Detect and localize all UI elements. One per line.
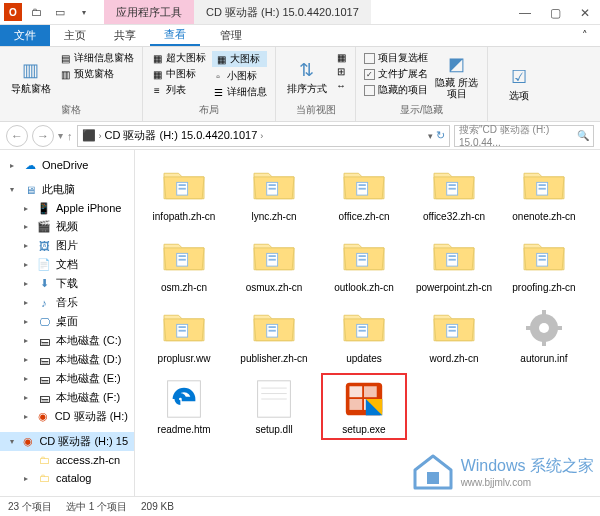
search-input[interactable]: 搜索"CD 驱动器 (H:) 15.0.44... 🔍 bbox=[454, 125, 594, 147]
sidebar-documents[interactable]: ▸📄文档 bbox=[0, 255, 134, 274]
sidebar-onedrive[interactable]: ▸☁OneDrive bbox=[0, 156, 134, 174]
sidebar-drive-d[interactable]: ▸🖴本地磁盘 (D:) bbox=[0, 350, 134, 369]
file-item[interactable]: updates bbox=[321, 302, 407, 369]
folder-icon bbox=[158, 235, 210, 279]
file-ext-toggle[interactable]: ✓文件扩展名 bbox=[364, 67, 428, 81]
item-checkboxes-toggle[interactable]: 项目复选框 bbox=[364, 51, 428, 65]
hide-selected-button[interactable]: ◩ 隐藏 所选项目 bbox=[434, 51, 479, 101]
forward-button[interactable]: → bbox=[32, 125, 54, 147]
maximize-button[interactable]: ▢ bbox=[540, 0, 570, 25]
medium-icons[interactable]: ▦中图标 bbox=[151, 67, 206, 81]
preview-pane-icon: ▥ bbox=[59, 68, 71, 80]
preview-pane-button[interactable]: ▥预览窗格 bbox=[59, 67, 134, 81]
office-icon bbox=[338, 377, 390, 421]
file-item[interactable]: osmux.zh-cn bbox=[231, 231, 317, 298]
tab-manage[interactable]: 管理 bbox=[206, 25, 256, 46]
tab-share[interactable]: 共享 bbox=[100, 25, 150, 46]
group-by-button[interactable]: ▦ bbox=[335, 51, 347, 63]
sidebar-drive-e[interactable]: ▸🖴本地磁盘 (E:) bbox=[0, 369, 134, 388]
file-item[interactable]: proofing.zh-cn bbox=[501, 231, 587, 298]
file-name: updates bbox=[346, 353, 382, 365]
small-icons[interactable]: ▫小图标 bbox=[212, 69, 267, 83]
sidebar-pictures[interactable]: ▸🖼图片 bbox=[0, 236, 134, 255]
sidebar-cd-h-full[interactable]: ▾◉CD 驱动器 (H:) 15 bbox=[0, 432, 134, 451]
picture-icon: 🖼 bbox=[37, 239, 51, 253]
qat-dropdown-icon[interactable]: ▾ bbox=[74, 2, 94, 22]
up-button[interactable]: ↑ bbox=[67, 130, 73, 142]
file-name: powerpoint.zh-cn bbox=[416, 282, 492, 294]
sidebar-access[interactable]: 🗀access.zh-cn bbox=[0, 451, 134, 469]
file-item[interactable]: setup.dll bbox=[231, 373, 317, 440]
selected-count: 选中 1 个项目 bbox=[66, 500, 127, 514]
size-columns-button[interactable]: ↔ bbox=[335, 79, 347, 91]
file-item[interactable]: office.zh-cn bbox=[321, 160, 407, 227]
nav-pane-button[interactable]: ▥ 导航窗格 bbox=[8, 51, 53, 101]
tab-view[interactable]: 查看 bbox=[150, 25, 200, 46]
sidebar-drive-f[interactable]: ▸🖴本地磁盘 (F:) bbox=[0, 388, 134, 407]
tab-file[interactable]: 文件 bbox=[0, 25, 50, 46]
detail-pane-button[interactable]: ▤详细信息窗格 bbox=[59, 51, 134, 65]
large-icons[interactable]: ▦大图标 bbox=[212, 51, 267, 67]
sidebar-drive-c[interactable]: ▸🖴本地磁盘 (C:) bbox=[0, 331, 134, 350]
file-item[interactable]: osm.zh-cn bbox=[141, 231, 227, 298]
hidden-items-toggle[interactable]: 隐藏的项目 bbox=[364, 83, 428, 97]
recent-dropdown[interactable]: ▾ bbox=[58, 130, 63, 141]
file-item[interactable]: autorun.inf bbox=[501, 302, 587, 369]
sidebar-iphone[interactable]: ▸📱Apple iPhone bbox=[0, 199, 134, 217]
options-button[interactable]: ☑ 选项 bbox=[496, 51, 541, 115]
music-icon: ♪ bbox=[37, 296, 51, 310]
breadcrumb-segment[interactable]: CD 驱动器 (H:) 15.0.4420.1017 bbox=[105, 128, 258, 143]
folder-icon bbox=[338, 164, 390, 208]
folder-icon bbox=[428, 164, 480, 208]
file-name: readme.htm bbox=[157, 424, 210, 436]
file-name: autorun.inf bbox=[520, 353, 567, 365]
minimize-button[interactable]: — bbox=[510, 0, 540, 25]
properties-icon[interactable]: ▭ bbox=[50, 2, 70, 22]
navigation-tree: ▸☁OneDrive ▾🖥此电脑 ▸📱Apple iPhone ▸🎬视频 ▸🖼图… bbox=[0, 150, 135, 496]
extra-large-icons[interactable]: ▦超大图标 bbox=[151, 51, 206, 65]
back-button[interactable]: ← bbox=[6, 125, 28, 147]
file-name: publisher.zh-cn bbox=[240, 353, 307, 365]
folder-icon[interactable]: 🗀 bbox=[26, 2, 46, 22]
sidebar-desktop[interactable]: ▸🖵桌面 bbox=[0, 312, 134, 331]
sidebar-videos[interactable]: ▸🎬视频 bbox=[0, 217, 134, 236]
pane-group: ▥ 导航窗格 ▤详细信息窗格 ▥预览窗格 窗格 bbox=[0, 47, 143, 121]
file-item[interactable]: office32.zh-cn bbox=[411, 160, 497, 227]
file-item[interactable]: powerpoint.zh-cn bbox=[411, 231, 497, 298]
file-item[interactable]: word.zh-cn bbox=[411, 302, 497, 369]
sidebar-this-pc[interactable]: ▾🖥此电脑 bbox=[0, 180, 134, 199]
folder-icon: 🗀 bbox=[37, 471, 51, 485]
hide-icon: ◩ bbox=[448, 53, 465, 75]
dropdown-icon[interactable]: ▾ bbox=[428, 131, 433, 141]
sidebar-cd-h[interactable]: ▸◉CD 驱动器 (H:) bbox=[0, 407, 134, 426]
search-icon: 🔍 bbox=[577, 130, 589, 141]
file-item[interactable]: outlook.zh-cn bbox=[321, 231, 407, 298]
details-view[interactable]: ☰详细信息 bbox=[212, 85, 267, 99]
window-controls: — ▢ ✕ bbox=[510, 0, 600, 25]
file-item[interactable]: lync.zh-cn bbox=[231, 160, 317, 227]
file-item[interactable]: onenote.zh-cn bbox=[501, 160, 587, 227]
chevron-right-icon: › bbox=[260, 131, 263, 141]
contextual-tabs: 应用程序工具 CD 驱动器 (H:) 15.0.4420.1017 bbox=[104, 0, 371, 24]
ribbon-collapse-button[interactable]: ˄ bbox=[570, 25, 600, 46]
file-item[interactable]: readme.htm bbox=[141, 373, 227, 440]
add-columns-button[interactable]: ⊞ bbox=[335, 65, 347, 77]
edge-icon bbox=[158, 377, 210, 421]
file-item[interactable]: proplusr.ww bbox=[141, 302, 227, 369]
tab-home[interactable]: 主页 bbox=[50, 25, 100, 46]
sidebar-catalog[interactable]: ▸🗀catalog bbox=[0, 469, 134, 487]
detail-pane-icon: ▤ bbox=[59, 52, 71, 64]
folder-icon bbox=[158, 306, 210, 350]
refresh-icon[interactable]: ↻ bbox=[436, 129, 445, 142]
checkbox-icon bbox=[364, 85, 375, 96]
sidebar-downloads[interactable]: ▸⬇下载 bbox=[0, 274, 134, 293]
close-button[interactable]: ✕ bbox=[570, 0, 600, 25]
file-item[interactable]: setup.exe bbox=[321, 373, 407, 440]
sort-button[interactable]: ⇅ 排序方式 bbox=[284, 51, 329, 101]
sidebar-music[interactable]: ▸♪音乐 bbox=[0, 293, 134, 312]
file-item[interactable]: infopath.zh-cn bbox=[141, 160, 227, 227]
list-view[interactable]: ≡列表 bbox=[151, 83, 206, 97]
drive-icon: 🖴 bbox=[37, 372, 51, 386]
file-item[interactable]: publisher.zh-cn bbox=[231, 302, 317, 369]
breadcrumb[interactable]: ⬛ › CD 驱动器 (H:) 15.0.4420.1017 › ▾ ↻ bbox=[77, 125, 451, 147]
